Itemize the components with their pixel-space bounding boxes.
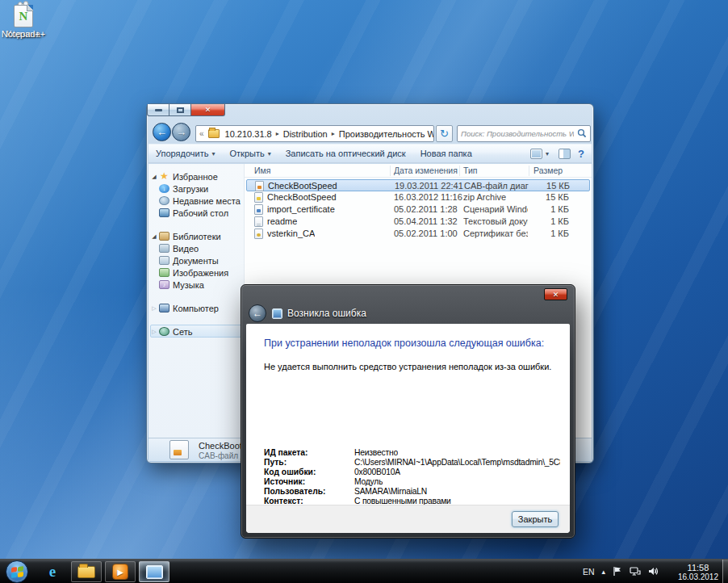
new-folder-button[interactable]: Новая папка: [413, 145, 479, 162]
windows-logo-icon: [11, 566, 23, 578]
computer-icon: [159, 304, 169, 312]
dialog-footer: Закрыть: [246, 505, 570, 533]
breadcrumb-segment[interactable]: 10.210.31.8: [222, 129, 275, 139]
show-hidden-icons-chevron[interactable]: ▴: [601, 568, 605, 576]
organize-button[interactable]: Упорядочить ▾: [149, 145, 222, 162]
clock-time: 11:58: [688, 563, 709, 573]
start-button[interactable]: [6, 560, 28, 583]
forward-button[interactable]: →: [172, 123, 190, 141]
tree-collapsed-icon[interactable]: ▷: [150, 329, 158, 335]
sidebar-item-downloads[interactable]: ↓ Загрузки: [150, 182, 242, 195]
certificate-file-icon: [254, 229, 263, 239]
detail-row: Источник: Модуль: [264, 477, 560, 487]
show-desktop-button[interactable]: [722, 560, 728, 583]
pictures-library-icon: [159, 268, 169, 277]
column-headers: Имя Дата изменения Тип Размер: [245, 164, 592, 178]
tree-expanded-icon[interactable]: ◢: [150, 233, 158, 240]
taskbar-item-explorer[interactable]: [71, 561, 102, 582]
sidebar-item-documents[interactable]: Документы: [150, 254, 242, 266]
breadcrumb-segment[interactable]: Distribution: [280, 129, 331, 139]
desktop-icon-notepad-plus-plus[interactable]: N Notepad++: [0, 0, 47, 39]
recent-places-icon: [159, 196, 169, 205]
open-button[interactable]: Открыть ▾: [222, 145, 278, 162]
back-icon: ←: [253, 308, 262, 319]
selected-file-icon: [169, 440, 189, 459]
close-icon: ✕: [553, 291, 559, 299]
volume-icon[interactable]: [648, 566, 659, 577]
network-icon[interactable]: [630, 566, 641, 577]
file-row[interactable]: import_certificate 05.02.2011 1:28 Сцена…: [246, 203, 590, 216]
libraries-icon: [159, 232, 169, 241]
tree-expanded-icon[interactable]: ◢: [150, 174, 158, 180]
sidebar-item-videos[interactable]: Видео: [150, 242, 242, 254]
close-button[interactable]: ✕: [191, 104, 225, 116]
search-icon[interactable]: [577, 127, 587, 141]
zip-file-icon: [254, 192, 263, 203]
notepad-plus-plus-icon: N: [0, 0, 47, 27]
maximize-button[interactable]: [169, 104, 191, 116]
views-icon: [530, 149, 542, 159]
dialog-header: ← Возникла ошибка: [241, 303, 575, 324]
navigation-pane: ◢ ★ Избранное ↓ Загрузки Недавние места …: [149, 164, 245, 438]
chevron-down-icon: ▾: [268, 150, 271, 157]
back-icon: ←: [157, 126, 167, 138]
sidebar-item-network[interactable]: ▷ Сеть: [150, 325, 242, 338]
tree-collapsed-icon[interactable]: ▷: [150, 305, 158, 312]
sidebar-item-pictures[interactable]: Изображения: [150, 266, 242, 279]
error-details: ИД пакета: Неизвестно Путь: C:\Users\MIR…: [264, 448, 560, 506]
help-icon[interactable]: ?: [578, 148, 584, 160]
sidebar-item-recent-places[interactable]: Недавние места: [150, 195, 242, 207]
videos-library-icon: [159, 244, 169, 253]
taskbar-item-internet-explorer[interactable]: e: [37, 561, 68, 582]
taskbar-item-media-player[interactable]: ▶: [105, 561, 136, 582]
sidebar-item-desktop[interactable]: Рабочий стол: [150, 207, 242, 219]
file-row[interactable]: readme 05.04.2011 1:32 Текстовый докум..…: [246, 216, 590, 228]
troubleshooter-error-dialog: ✕ ← Возникла ошибка При устранении непол…: [241, 284, 575, 539]
search-input[interactable]: [458, 129, 577, 138]
change-view-button[interactable]: ▾: [528, 149, 551, 159]
minimize-button[interactable]: [147, 104, 169, 116]
breadcrumb-overflow-icon[interactable]: «: [196, 129, 206, 138]
sidebar-item-libraries[interactable]: ◢ Библиотеки: [150, 230, 242, 242]
dialog-title: Возникла ошибка: [287, 308, 366, 319]
file-row[interactable]: CheckBootSpeed 16.03.2012 11:16 zip Arch…: [246, 191, 590, 203]
desktop-icon-label: Notepad++: [0, 29, 47, 39]
detail-row: Код ошибки: 0x800B010A: [264, 468, 560, 477]
sidebar-item-music[interactable]: ♪ Музыка: [150, 279, 242, 291]
chevron-down-icon: ▾: [546, 150, 549, 157]
back-button[interactable]: ←: [249, 304, 266, 322]
downloads-icon: ↓: [159, 184, 169, 193]
taskbar-item-troubleshooter[interactable]: [139, 561, 169, 582]
file-row[interactable]: vsterkin_CA 05.02.2011 1:00 Сертификат б…: [246, 228, 590, 240]
column-header-type[interactable]: Тип: [463, 166, 478, 175]
burn-disc-button[interactable]: Записать на оптический диск: [278, 145, 413, 162]
internet-explorer-icon: e: [49, 563, 56, 581]
column-header-date[interactable]: Дата изменения: [394, 166, 458, 175]
breadcrumb-segment[interactable]: Производительность Wind 7: [336, 129, 434, 139]
action-center-flag-icon[interactable]: [613, 566, 622, 577]
system-tray: EN ▴: [583, 560, 659, 583]
detail-row: Путь: C:\Users\MIRNAI~1\AppData\Local\Te…: [264, 458, 560, 468]
sidebar-item-computer[interactable]: ▷ Компьютер: [150, 302, 242, 314]
preview-pane-icon[interactable]: [559, 149, 571, 159]
address-bar[interactable]: « 10.210.31.8 ▸ Distribution ▸ Производи…: [195, 125, 434, 142]
file-row[interactable]: CheckBootSpeed 19.03.2011 22:41 CAB-файл…: [246, 179, 590, 191]
taskbar-clock[interactable]: 11:58 16.03.2012: [678, 561, 718, 582]
taskbar: e ▶ EN ▴ 11:58 16.03.2012: [0, 559, 728, 583]
refresh-icon: ↻: [440, 128, 449, 140]
troubleshooter-app-icon: [272, 308, 282, 319]
close-button[interactable]: ✕: [544, 288, 567, 300]
refresh-button[interactable]: ↻: [436, 125, 453, 142]
music-library-icon: ♪: [159, 280, 169, 289]
command-toolbar: Упорядочить ▾ Открыть ▾ Записать на опти…: [149, 144, 592, 163]
sidebar-item-favorites[interactable]: ◢ ★ Избранное: [150, 170, 242, 182]
language-indicator[interactable]: EN: [583, 567, 595, 577]
chevron-down-icon: ▾: [211, 150, 215, 157]
back-button[interactable]: ←: [153, 123, 171, 141]
clock-date: 16.03.2012: [678, 573, 718, 581]
favorites-star-icon: ★: [159, 172, 169, 181]
column-header-size[interactable]: Размер: [533, 166, 563, 175]
network-icon: [159, 327, 169, 336]
column-header-name[interactable]: Имя: [254, 166, 270, 175]
close-dialog-button[interactable]: Закрыть: [512, 511, 559, 527]
